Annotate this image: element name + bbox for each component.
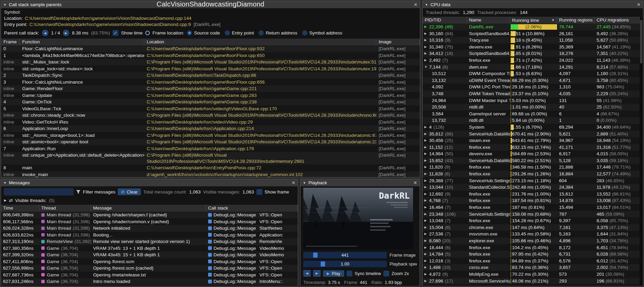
expand-icon[interactable]: ▶ [424, 24, 429, 30]
expand-icon[interactable]: ▼ [424, 64, 429, 71]
frame-image-slider[interactable]: 441 [303, 252, 387, 258]
clear-button[interactable]: ⊘Clear [118, 188, 141, 195]
expand-icon[interactable]: ▶ [424, 171, 429, 177]
cpu-row[interactable]: ▶8,080(20) explorer.exe 105.66 ms (0.46%… [423, 238, 640, 244]
header-pid-tid[interactable]: PID/TID [423, 17, 467, 24]
message-row[interactable]: 627,558,996ns Game(36,704) Opening /fore… [1, 265, 298, 272]
cpu-row[interactable]: ▶30,160(84) ScriptedSandbox64.exe 2.51 s… [423, 30, 640, 37]
message-row[interactable]: 627,380,356ns Game(36,704) VRAM 37x45: 1… [1, 245, 298, 252]
callstack-icon[interactable] [208, 240, 212, 244]
expand-icon[interactable]: ▶ [424, 197, 429, 204]
cpu-row[interactable]: ▶16,464(7) firefox.exe 187 ms (0.81%) 15… [423, 204, 640, 211]
cpu-row[interactable]: ▶13,048(7) firefox.exe 154.28 ms (0.67%)… [423, 217, 640, 224]
cpu-row[interactable]: ▶31,340(75) devenv.exe 1.91 s (8.26%) 35… [423, 44, 640, 51]
header-cpu-migrations[interactable]: CPU migrations [595, 17, 640, 24]
callstack-icon[interactable] [208, 279, 212, 284]
play-button[interactable]: ▶Play [323, 270, 344, 277]
cpu-row[interactable]: ▶27,696(17) Microsoft.ServiceHub.Co 48.0… [423, 278, 640, 285]
callstack-icon[interactable] [208, 246, 212, 250]
cpu-row[interactable]: ▶10,316(9) Tracy.exe 2.18 s (9.45%) 11,0… [423, 37, 640, 44]
expand-icon[interactable]: ▶ [424, 164, 429, 171]
cpu-row[interactable]: ▶11,820(9) firefox.exe 346.58 ms (1.50%)… [423, 164, 640, 171]
expand-icon[interactable]: ▶ [424, 251, 429, 258]
callstack-icon[interactable] [208, 259, 212, 263]
cpu-row[interactable]: ▶4,872(9) MsMpEng.exe 70.22 ms (0.30%) 5… [423, 271, 640, 278]
cpu-row[interactable]: ▶22,396(49) DarkRL.exe (2.06%) 78,744 27… [423, 24, 640, 30]
cpu-titlebar[interactable]: ▼ CPU data ✕ [423, 1, 643, 8]
cpu-scrollbar-thumb[interactable] [640, 20, 642, 63]
playback-speed-slider[interactable]: 1.00 [303, 261, 387, 267]
prev-frame-button[interactable]: ◀ [303, 270, 311, 277]
cpu-row[interactable]: ▶4,768(7) firefox.exe 187.54 ms (0.81%) … [423, 197, 640, 204]
cpu-row[interactable]: ▶4(126) System 1.55 s (6.70%) 69,294 34,… [423, 124, 640, 131]
expand-icon[interactable]: ▶ [424, 264, 429, 271]
header-running-time[interactable]: Running time▼ [510, 17, 557, 24]
cpu-row[interactable]: ▶15,652(43) ServiceHub.DataWarehou 580.2… [423, 157, 640, 164]
playback-titlebar[interactable]: ▼ Playback ✕ [301, 179, 420, 186]
message-filter-input[interactable] [4, 188, 74, 196]
message-row[interactable]: 627,399,320ns Game(36,704) VRAM 43x45: 1… [1, 252, 298, 258]
expand-icon[interactable]: ▶ [424, 278, 429, 285]
cpu-row[interactable]: ▶2,492(7) firefox.exe 1.71 s (7.42%) 24,… [423, 57, 640, 64]
collapse-icon[interactable]: ▼ [425, 3, 428, 6]
callstack-icon[interactable] [208, 273, 212, 277]
expand-icon[interactable]: ▶ [424, 211, 429, 218]
close-icon[interactable]: ✕ [637, 2, 641, 7]
zoom-2x-checkbox[interactable]: ✓ [383, 271, 389, 276]
expand-icon[interactable]: ▶ [424, 131, 429, 138]
expand-icon[interactable]: ▶ [424, 157, 429, 164]
callstack-icon[interactable] [208, 233, 212, 237]
cpu-row[interactable]: ▶11,152(12) firefox.exe 632.15 ms (2.74%… [423, 144, 640, 151]
cpu-row[interactable]: 13,732 ntdll.dll 5.84 us (0.00%) 1 0 (0.… [423, 117, 640, 124]
cpu-row[interactable]: ▶14,784(5) firefox.exe 97.95 ms (0.42%) … [423, 251, 640, 258]
cpu-row[interactable]: ▶34,412(18) ScriptedSandbox64.exe 1.85 s… [423, 50, 640, 57]
cpu-row[interactable]: ▶29,388(77) ServiceHub.SettingsHost 273.… [423, 177, 640, 184]
cpu-row[interactable]: ▶30,456(25) steam.exe 643.61 ms (2.79%) … [423, 137, 640, 144]
header-name[interactable]: Name [467, 17, 510, 24]
expand-icon[interactable]: ▶ [424, 50, 429, 57]
message-row[interactable]: 627,313,190ns RemoteView(31,392) Remote … [1, 238, 298, 245]
expand-icon[interactable]: ▶ [424, 244, 429, 251]
expand-icon[interactable]: ▶ [424, 124, 429, 131]
expand-icon[interactable]: ▶ [424, 144, 429, 151]
expand-icon[interactable]: ▶ [424, 258, 429, 264]
callstack-icon[interactable] [208, 266, 212, 270]
cpu-row[interactable]: ▼7,144(8) dwm.exe 1.66 s (7.18%) 14,291 … [423, 64, 640, 71]
expand-icon[interactable]: ▶ [424, 217, 429, 224]
expand-icon[interactable]: ▶ [424, 177, 429, 184]
expand-icon[interactable]: ▶ [424, 231, 429, 238]
cpu-row[interactable]: 3,564 GameInput server 69.68 us (0.00%) … [423, 111, 640, 117]
sync-timeline-checkbox[interactable]: ✓ [347, 271, 352, 276]
callstack-icon[interactable] [208, 253, 212, 257]
expand-icon[interactable]: ▶ [424, 271, 429, 278]
cpu-row[interactable]: ▶14,984(50) devenv.exe 584.69 ms (2.53%)… [423, 150, 640, 157]
cpu-row[interactable]: ▶12,692(9) firefox.exe 231.76 ms (1.00%)… [423, 191, 640, 198]
cpu-row[interactable]: 4,092 DWM LPC Port Thread 29.16 ms (0.13… [423, 84, 640, 90]
show-frame-checkbox[interactable]: ✓ [257, 189, 262, 195]
callstack-icon[interactable] [208, 219, 212, 224]
cpu-row[interactable]: ▶12,016(3) firefox.exe 84.89 ms (0.37%) … [423, 258, 640, 264]
cpu-row[interactable]: ▶13,044(10) StandardCollector.Servic 242… [423, 184, 640, 191]
message-row[interactable]: 627,687,736ns Game(36,704) Opening /meta… [1, 272, 298, 278]
cpu-row[interactable]: 20,508 ntdll.dll 1.01 ms (0.00%) 40 25 (… [423, 104, 640, 111]
message-row[interactable]: 626,833,622ns Main thread(31,596) Bootin… [1, 232, 298, 239]
callstack-icon[interactable] [208, 213, 212, 217]
expand-icon[interactable]: ▶ [424, 57, 429, 64]
expand-icon[interactable]: ▶ [424, 224, 429, 231]
cpu-row[interactable]: ▶18,444(6) firefox.exe 104.2 ms (0.45%) … [423, 244, 640, 251]
expand-icon[interactable]: ▶ [424, 44, 429, 51]
cpu-row[interactable]: 3,748 DWM Token Thread 23.37 ms (0.10%) … [423, 90, 640, 97]
expand-icon[interactable]: ▶ [424, 150, 429, 157]
header-callstack[interactable]: Call stack [206, 205, 298, 212]
cpu-row[interactable]: ▶11,828(6) firefox.exe 291.26 ms (1.26%)… [423, 171, 640, 177]
cpu-scrollbar[interactable] [640, 17, 643, 286]
header-message[interactable]: Message [91, 205, 206, 212]
collapse-icon[interactable]: ▼ [3, 181, 6, 185]
expand-icon[interactable]: ▶ [424, 30, 429, 37]
message-row[interactable]: 606,049,398ns Main thread(31,596) Openin… [1, 212, 298, 218]
message-row[interactable]: 626,024,328ns Main thread(31,596) Networ… [1, 225, 298, 232]
cpu-row[interactable]: 24,964 DWM Master Input Threa 5.03 ms (0… [423, 97, 640, 104]
cpu-row[interactable]: ▶27,536(7) msvsmon.exe 133.45 ms (0.58%)… [423, 231, 640, 238]
header-running-regions[interactable]: Running regions [557, 17, 595, 24]
header-time[interactable]: Time [1, 205, 39, 212]
